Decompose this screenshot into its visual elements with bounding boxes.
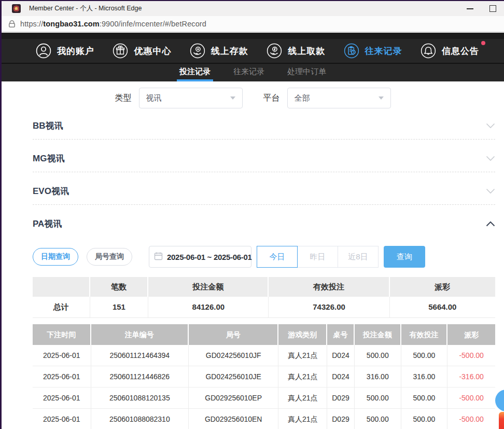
window-left-border xyxy=(0,0,2,429)
nav-item-transaction-records[interactable]: 往来记录 xyxy=(344,43,402,59)
nav-item-label: 线上存款 xyxy=(211,45,248,57)
summary-header-row: 笔数 投注金额 有效投注 派彩 xyxy=(33,277,495,297)
summary-total-row: 总计 151 84126.00 74326.00 5664.00 xyxy=(33,297,495,318)
section-pa-video[interactable]: PA视讯 xyxy=(33,205,495,237)
round-id-cell: GD029256010EP xyxy=(189,388,278,409)
bet-time-cell: 2025-06-01 xyxy=(33,345,91,366)
valid-bet-cell: 500.00 xyxy=(401,345,448,366)
gift-icon xyxy=(113,43,128,59)
game-type-cell: 真人21点 xyxy=(278,366,327,388)
nav-item-withdraw[interactable]: 线上取款 xyxy=(267,43,325,59)
sub-navigation: 投注记录 往来记录 处理中订单 xyxy=(2,64,504,81)
section-evo-video[interactable]: EVO视讯 xyxy=(33,172,495,205)
today-button[interactable]: 今日 xyxy=(257,246,298,268)
chevron-up-icon xyxy=(486,219,495,229)
lock-icon xyxy=(8,20,16,28)
bet-id-cell: 250601088082310 xyxy=(91,409,189,429)
withdraw-coin-icon xyxy=(267,43,282,59)
date-query-button[interactable]: 日期查询 xyxy=(33,248,78,266)
summary-cell: 总计 xyxy=(33,297,90,318)
table-row: 2025-06-01 250601121446826 GD024256010JE… xyxy=(33,366,495,388)
nav-item-label: 我的账户 xyxy=(57,45,94,57)
user-icon xyxy=(36,43,51,59)
maximize-icon xyxy=(489,5,496,12)
last-8-days-button[interactable]: 近8日 xyxy=(338,246,379,268)
browser-titlebar: Member Center - 个人 - Microsoft Edge xyxy=(2,1,504,16)
chevron-down-icon xyxy=(230,96,235,100)
game-type-cell: 真人21点 xyxy=(278,345,327,366)
chevron-down-icon xyxy=(486,154,495,163)
bet-id-cell: 250601121446826 xyxy=(91,366,189,388)
valid-bet-cell: 500.00 xyxy=(401,409,448,429)
tab-transaction-record[interactable]: 往来记录 xyxy=(231,64,267,81)
browser-window: Member Center - 个人 - Microsoft Edge http… xyxy=(0,0,504,429)
bet-id-cell: 250601088120135 xyxy=(91,388,189,409)
summary-header-cell: 派彩 xyxy=(390,277,495,297)
type-select[interactable]: 视讯 xyxy=(139,88,243,108)
round-query-button[interactable]: 局号查询 xyxy=(87,248,132,266)
window-title: Member Center - 个人 - Microsoft Edge xyxy=(29,4,142,13)
game-type-cell: 真人21点 xyxy=(278,409,327,429)
date-range-picker[interactable]: 2025-06-01 ~ 2025-06-01 xyxy=(149,246,251,268)
summary-cell: 151 xyxy=(90,297,149,318)
minimize-button[interactable] xyxy=(458,1,481,16)
calendar-icon xyxy=(154,252,163,262)
bet-time-cell: 2025-06-01 xyxy=(33,366,91,388)
main-navigation: 我的账户 优惠中心 线上存款 线上取款 xyxy=(2,39,504,63)
nav-item-deposit[interactable]: 线上存款 xyxy=(190,43,248,59)
section-bb-video[interactable]: BB视讯 xyxy=(33,119,495,140)
nav-item-announcements[interactable]: 信息公告 xyxy=(421,43,479,59)
bet-time-cell: 2025-06-01 xyxy=(33,388,91,409)
section-title: PA视讯 xyxy=(33,217,62,231)
summary-cell: 84126.00 xyxy=(148,297,269,318)
table-no-cell: D024 xyxy=(327,366,355,388)
search-button[interactable]: 查询 xyxy=(384,246,425,268)
detail-header-cell: 投注金额 xyxy=(355,324,401,345)
table-no-cell: D029 xyxy=(327,388,355,409)
nav-item-my-account[interactable]: 我的账户 xyxy=(36,43,94,59)
maximize-button[interactable] xyxy=(481,1,504,16)
quick-range-group: 今日 昨日 近8日 xyxy=(257,246,379,268)
tab-bet-record[interactable]: 投注记录 xyxy=(177,64,213,81)
window-controls xyxy=(458,1,504,16)
detail-header-cell: 下注时间 xyxy=(33,324,91,345)
summary-cell: 5664.00 xyxy=(390,297,495,318)
notification-badge xyxy=(481,41,485,45)
provider-sections: BB视讯 MG视讯 EVO视讯 PA视讯 xyxy=(2,119,504,429)
type-select-value: 视讯 xyxy=(146,93,162,103)
promotion-float-button[interactable] xyxy=(499,412,504,429)
summary-header-cell: 有效投注 xyxy=(269,277,389,297)
date-range-value: 2025-06-01 ~ 2025-06-01 xyxy=(167,253,252,261)
round-id-cell: GD024256010JE xyxy=(189,366,278,388)
pa-query-toolbar: 日期查询 局号查询 2025-06-01 ~ 2025-06-01 今日 昨日 … xyxy=(33,246,495,268)
payout-cell: -500.00 xyxy=(447,409,495,429)
nav-item-promotions[interactable]: 优惠中心 xyxy=(113,43,171,59)
chevron-down-icon xyxy=(379,96,384,100)
section-title: EVO视讯 xyxy=(33,185,69,198)
site-favicon xyxy=(12,4,21,13)
bet-amount-cell: 500.00 xyxy=(355,409,401,429)
detail-header-cell: 局号 xyxy=(189,324,278,345)
platform-select[interactable]: 全部 xyxy=(287,88,391,108)
nav-item-label: 优惠中心 xyxy=(134,45,171,57)
chevron-down-icon xyxy=(486,121,495,131)
nav-item-label: 信息公告 xyxy=(442,45,479,57)
address-url[interactable]: https://tongbao31.com:9900/infe/mcenter/… xyxy=(20,20,206,28)
type-filter-label: 类型 xyxy=(115,93,132,104)
section-mg-video[interactable]: MG视讯 xyxy=(33,140,495,172)
detail-header-cell: 桌号 xyxy=(327,324,355,345)
detail-header-cell: 派彩 xyxy=(447,324,495,345)
payout-cell: -500.00 xyxy=(447,388,495,409)
section-title: MG视讯 xyxy=(33,152,64,165)
summary-header-cell: 投注金额 xyxy=(148,277,269,297)
nav-item-label: 线上取款 xyxy=(288,45,325,57)
browser-urlbar[interactable]: https://tongbao31.com:9900/infe/mcenter/… xyxy=(2,16,504,32)
window-top-border xyxy=(0,0,504,1)
section-title: BB视讯 xyxy=(33,119,63,133)
yesterday-button[interactable]: 昨日 xyxy=(297,246,338,268)
platform-select-value: 全部 xyxy=(295,93,310,103)
platform-filter-label: 平台 xyxy=(263,93,280,104)
tab-pending-orders[interactable]: 处理中订单 xyxy=(285,64,329,81)
header-top-strip xyxy=(2,33,504,39)
bell-icon xyxy=(421,43,436,59)
